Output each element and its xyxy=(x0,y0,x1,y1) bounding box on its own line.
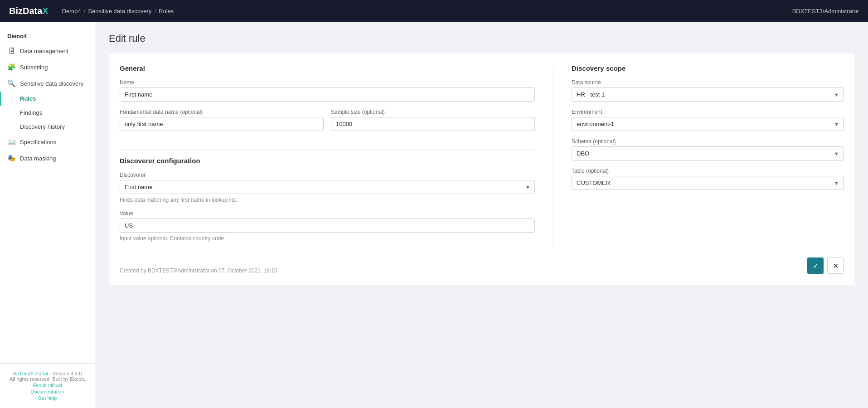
discoverer-label: Discoverer xyxy=(120,172,535,178)
discoverer-select[interactable]: First name Last name Email Phone xyxy=(120,180,535,194)
sidebar-item-data-management[interactable]: 🗄 Data management xyxy=(0,43,95,59)
schema-label: Schema (optional) xyxy=(572,138,844,145)
table-group: Table (optional) CUSTOMER EMPLOYEE ORDER… xyxy=(572,168,844,190)
breadcrumb-sensitive[interactable]: Sensitive data discovery xyxy=(88,8,151,15)
sidebar-sub-item-rules[interactable]: Rules xyxy=(0,92,95,106)
name-group: Name xyxy=(120,79,535,102)
discoverer-select-wrapper: First name Last name Email Phone ▼ xyxy=(120,180,535,194)
sensitive-icon: 🔍 xyxy=(7,79,15,87)
discoverer-group: Discoverer First name Last name Email Ph… xyxy=(120,172,535,203)
created-info: Created by BDXTEST3\Administrator on 07.… xyxy=(120,267,277,274)
fundamental-row: Fundamental data name (optional) Sample … xyxy=(120,109,535,138)
action-buttons: ✓ ✕ xyxy=(807,257,844,274)
footer-bar: Created by BDXTEST3\Administrator on 07.… xyxy=(120,260,844,274)
sidebar-label-sensitive: Sensitive data discovery xyxy=(20,80,83,87)
discovery-scope-title: Discovery scope xyxy=(572,64,844,72)
value-input[interactable] xyxy=(120,219,535,233)
value-hint: Input value optional. Contains country c… xyxy=(120,235,535,242)
cancel-button[interactable]: ✕ xyxy=(827,257,844,274)
fundamental-group: Fundamental data name (optional) xyxy=(120,109,324,131)
sidebar-label-data-management: Data management xyxy=(20,48,68,54)
data-masking-icon: 🎭 xyxy=(7,154,15,162)
sidebar-item-specifications[interactable]: 📖 Specifications xyxy=(0,134,95,150)
sidebar: Demo4 🗄 Data management 🧩 Subsetting 🔍 S… xyxy=(0,22,95,408)
discoverer-section: Discoverer configuration Discoverer Firs… xyxy=(120,149,535,242)
breadcrumb: Demo4 / Sensitive data discovery / Rules xyxy=(62,8,174,15)
discovery-scope-section: Discovery scope Data source HR - test 1 … xyxy=(572,64,844,249)
schema-select-wrapper: DBO PUBLIC ▼ xyxy=(572,146,844,160)
value-label: Value xyxy=(120,210,535,217)
sidebar-label-specifications: Specifications xyxy=(20,139,56,146)
environment-label: Environment xyxy=(572,109,844,115)
value-group: Value Input value optional. Contains cou… xyxy=(120,210,535,242)
confirm-button[interactable]: ✓ xyxy=(807,257,824,274)
sidebar-sub-item-discovery-history[interactable]: Discovery history xyxy=(0,120,95,134)
sidebar-item-data-masking[interactable]: 🎭 Data masking xyxy=(0,150,95,166)
sample-size-input[interactable] xyxy=(331,117,535,131)
fundamental-input[interactable] xyxy=(120,117,324,131)
environment-select[interactable]: environment-1 environment-2 xyxy=(572,117,844,131)
general-section-title: General xyxy=(120,64,535,72)
page-title: Edit rule xyxy=(109,33,854,44)
workspace-title: Demo4 xyxy=(0,26,95,43)
topbar-user: BDXTEST3\Administrator xyxy=(792,8,859,15)
main-content: Edit rule General Name Fundamental data … xyxy=(95,22,868,408)
discoverer-section-title: Discoverer configuration xyxy=(120,157,535,165)
specifications-icon: 📖 xyxy=(7,138,15,146)
sidebar-sub-item-findings[interactable]: Findings xyxy=(0,106,95,120)
datasource-select[interactable]: HR - test 1 HR - test 2 Production xyxy=(572,87,844,102)
general-section: General Name Fundamental data name (opti… xyxy=(120,64,535,249)
topbar: BizDataX Demo4 / Sensitive data discover… xyxy=(0,0,868,22)
table-select-wrapper: CUSTOMER EMPLOYEE ORDER ▼ xyxy=(572,176,844,190)
schema-select[interactable]: DBO PUBLIC xyxy=(572,146,844,160)
get-help-link[interactable]: Get help xyxy=(7,395,87,401)
vertical-divider xyxy=(553,64,553,249)
datasource-select-wrapper: HR - test 1 HR - test 2 Production ▼ xyxy=(572,87,844,102)
sample-size-group: Sample size (optional) xyxy=(331,109,535,131)
ekobit-official-link[interactable]: Ekobit official xyxy=(7,383,87,388)
table-label: Table (optional) xyxy=(572,168,844,174)
environment-group: Environment environment-1 environment-2 … xyxy=(572,109,844,131)
sidebar-item-sensitive[interactable]: 🔍 Sensitive data discovery xyxy=(0,75,95,92)
environment-select-wrapper: environment-1 environment-2 ▼ xyxy=(572,117,844,131)
discoverer-hint: Finds data matching any first name in lo… xyxy=(120,197,535,203)
sidebar-footer: BizDataX Portal - Version 4.3.0 All righ… xyxy=(0,363,95,408)
subsetting-icon: 🧩 xyxy=(7,63,15,71)
table-select[interactable]: CUSTOMER EMPLOYEE ORDER xyxy=(572,176,844,190)
breadcrumb-demo4[interactable]: Demo4 xyxy=(62,8,81,15)
name-label: Name xyxy=(120,79,535,86)
datasource-label: Data source xyxy=(572,79,844,86)
sidebar-label-subsetting: Subsetting xyxy=(20,64,48,71)
data-management-icon: 🗄 xyxy=(7,47,15,55)
logo: BizDataX xyxy=(9,6,48,16)
schema-group: Schema (optional) DBO PUBLIC ▼ xyxy=(572,138,844,160)
datasource-group: Data source HR - test 1 HR - test 2 Prod… xyxy=(572,79,844,102)
documentation-link[interactable]: Documentation xyxy=(7,389,87,394)
breadcrumb-rules[interactable]: Rules xyxy=(159,8,174,15)
sidebar-item-subsetting[interactable]: 🧩 Subsetting xyxy=(0,59,95,75)
sample-size-label: Sample size (optional) xyxy=(331,109,535,115)
fundamental-label: Fundamental data name (optional) xyxy=(120,109,324,115)
name-input[interactable] xyxy=(120,87,535,102)
sidebar-label-data-masking: Data masking xyxy=(20,155,56,162)
edit-rule-card: General Name Fundamental data name (opti… xyxy=(109,53,854,285)
